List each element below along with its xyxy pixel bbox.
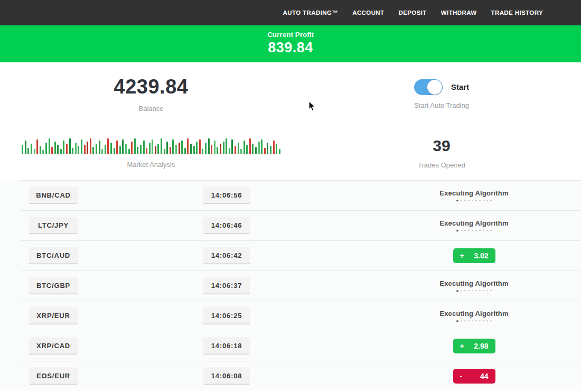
progress-dot <box>464 290 466 292</box>
market-bar <box>66 144 68 154</box>
market-bar <box>164 149 165 154</box>
trade-status-cell: Executing Algorithm <box>417 279 531 292</box>
balance-block: 4239.84 Balance <box>0 62 302 126</box>
market-bar <box>243 141 245 154</box>
progress-dot <box>468 320 470 322</box>
trade-row: LTC/JPY14:06:46Executing Algorithm <box>0 210 581 240</box>
market-bar <box>72 148 73 154</box>
toggle-knob[interactable] <box>427 80 442 95</box>
progress-dot <box>483 320 484 322</box>
market-bar <box>81 139 82 154</box>
trades-opened-label: Trades Opened <box>418 161 465 169</box>
market-bar <box>240 149 242 154</box>
progress-dot <box>479 200 481 201</box>
progress-dot <box>468 200 470 201</box>
market-bar <box>270 146 271 154</box>
market-bar <box>122 139 124 154</box>
market-bar <box>87 142 88 154</box>
market-bar <box>22 145 23 154</box>
market-bar <box>149 143 151 154</box>
progress-dot <box>490 230 492 231</box>
market-bar <box>190 144 192 154</box>
progress-dot <box>479 320 481 322</box>
market-bar <box>231 139 233 154</box>
market-section: Market Analysis 39 Trades Opened <box>0 126 581 180</box>
balance-label: Balance <box>139 105 164 113</box>
trade-time-pill: 14:06:56 <box>203 186 250 204</box>
market-bar <box>155 146 156 154</box>
market-bar <box>116 141 118 154</box>
market-bar <box>252 144 254 154</box>
market-bar <box>276 144 277 154</box>
trade-time-pill: 14:06:42 <box>203 247 250 264</box>
nav-item-withdraw[interactable]: WITHDRAW <box>441 10 477 16</box>
badge-value: 3.02 <box>474 251 488 260</box>
market-bar <box>92 147 94 154</box>
market-bar <box>184 148 186 154</box>
market-bar <box>261 139 263 154</box>
progress-dot <box>456 320 458 322</box>
market-bar <box>107 138 109 154</box>
market-bar <box>226 138 227 154</box>
market-bar <box>54 142 56 154</box>
progress-dot <box>456 290 458 292</box>
progress-dot <box>490 290 492 292</box>
market-analysis-block: Market Analysis <box>0 126 302 180</box>
nav-item-auto-trading[interactable]: AUTO TRADING™ <box>283 10 339 16</box>
trade-pair-pill[interactable]: BTC/AUD <box>29 247 78 264</box>
progress-dot <box>486 290 488 292</box>
market-bar <box>110 143 112 154</box>
trade-time-pill: 14:06:08 <box>203 367 250 385</box>
market-bar <box>119 146 121 154</box>
market-bar <box>143 141 145 154</box>
progress-dot <box>475 200 477 201</box>
market-bar <box>63 141 64 154</box>
trades-opened-value: 39 <box>433 137 450 155</box>
progress-dot <box>472 200 473 201</box>
progress-dot <box>472 290 473 292</box>
nav-item-deposit[interactable]: DEPOSIT <box>399 10 427 16</box>
market-bar <box>208 138 210 154</box>
executing-algorithm-label: Executing Algorithm <box>417 279 531 287</box>
trade-pair-pill[interactable]: XRP/EUR <box>29 307 78 324</box>
auto-trading-toggle[interactable] <box>414 79 443 95</box>
market-bar <box>273 141 275 154</box>
market-bar <box>140 145 142 154</box>
market-bar <box>238 143 239 154</box>
badge-sign: + <box>460 342 464 350</box>
progress-dot <box>468 230 470 231</box>
market-bar <box>279 149 280 154</box>
market-bar <box>125 144 127 154</box>
nav-item-trade-history[interactable]: TRADE HISTORY <box>491 10 543 16</box>
auto-trading-page: AUTO TRADING™ACCOUNTDEPOSITWITHDRAWTRADE… <box>0 0 581 392</box>
auto-trading-block: Start Start Auto Trading <box>302 62 581 126</box>
progress-dot <box>456 230 458 232</box>
badge-sign: - <box>460 372 463 380</box>
trade-status-cell: +3.02 <box>417 248 531 263</box>
trade-pair-pill[interactable]: XRP/CAD <box>29 337 78 354</box>
market-bar <box>223 142 224 154</box>
executing-algorithm-label: Executing Algorithm <box>417 310 531 318</box>
market-bar <box>90 138 91 154</box>
market-bar <box>202 149 203 154</box>
trade-row: BTC/AUD14:06:42+3.02 <box>0 240 581 270</box>
market-bar <box>166 142 168 154</box>
trade-pair-pill[interactable]: BTC/GBP <box>29 277 78 294</box>
market-bar <box>60 149 62 154</box>
trade-pair-pill[interactable]: BNB/CAD <box>29 186 78 204</box>
progress-dot <box>475 230 477 231</box>
progress-dot <box>461 200 462 201</box>
market-bar <box>170 147 171 154</box>
market-bar <box>137 147 138 154</box>
trade-pair-pill[interactable]: LTC/JPY <box>29 217 78 234</box>
market-bar <box>27 148 29 154</box>
market-bar <box>157 144 159 154</box>
market-bar <box>51 147 53 154</box>
market-bar <box>205 143 207 154</box>
trade-pair-pill[interactable]: EOS/EUR <box>29 367 78 385</box>
top-navbar: AUTO TRADING™ACCOUNTDEPOSITWITHDRAWTRADE… <box>0 0 581 25</box>
market-bar <box>258 142 260 154</box>
market-bar <box>229 148 230 154</box>
nav-item-account[interactable]: ACCOUNT <box>352 10 384 16</box>
market-bar <box>42 150 44 154</box>
